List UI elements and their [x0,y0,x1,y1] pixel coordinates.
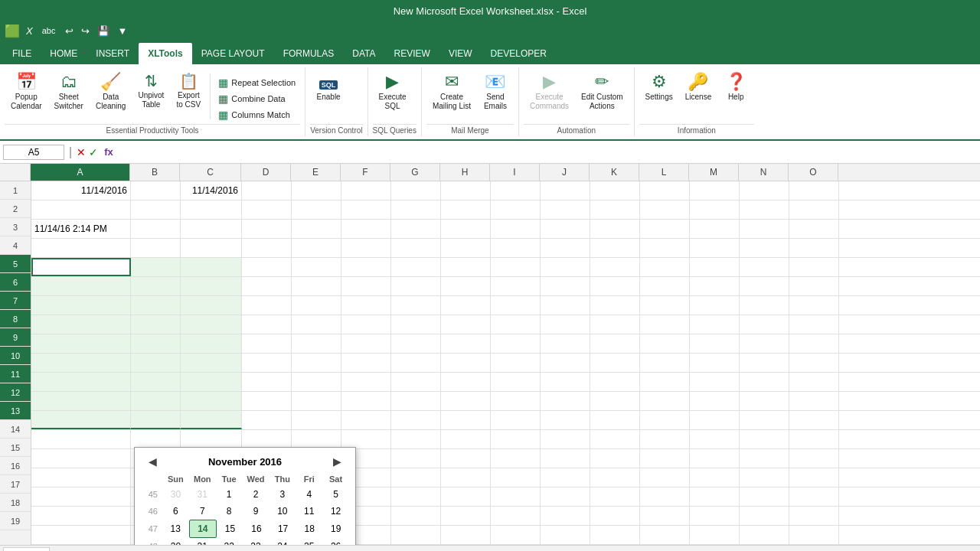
cal-day[interactable]: 4 [296,486,322,503]
cell-C11[interactable] [181,373,242,391]
cell-O2[interactable] [789,201,839,219]
cell-J5[interactable] [541,258,590,276]
cell-L15[interactable] [640,449,690,468]
cal-day[interactable]: 18 [296,520,323,537]
cal-day[interactable]: 16 [243,520,270,537]
row-header-12[interactable]: 12 [0,383,31,402]
cell-H6[interactable] [441,277,491,295]
cell-B5[interactable] [131,258,181,276]
cell-D6[interactable] [242,277,292,295]
cell-A15[interactable] [31,449,131,468]
cell-M8[interactable] [690,315,740,334]
cell-K5[interactable] [590,258,640,276]
cal-day[interactable]: 23 [243,538,270,545]
cal-day[interactable]: 7 [189,503,216,520]
cell-I9[interactable] [491,334,541,353]
cell-I13[interactable] [491,411,541,429]
cell-D7[interactable] [242,296,292,315]
cell-B9[interactable] [131,334,181,353]
cell-J9[interactable] [541,334,590,353]
cell-O3[interactable] [789,220,839,238]
cell-O14[interactable] [789,430,839,448]
cell-E2[interactable] [292,201,341,219]
cell-G6[interactable] [391,277,441,295]
cell-C2[interactable] [181,201,242,219]
row-header-7[interactable]: 7 [0,292,31,310]
col-header-J[interactable]: J [540,164,590,181]
sheet-switcher-button[interactable]: 🗂 SheetSwitcher [50,70,88,114]
cal-day[interactable]: 5 [322,486,349,503]
row-header-19[interactable]: 19 [0,512,31,530]
cell-F13[interactable] [341,411,391,429]
cell-F7[interactable] [341,296,391,315]
cal-day[interactable]: 31 [189,486,216,503]
cell-G15[interactable] [391,449,441,468]
cell-H12[interactable] [441,392,491,410]
cell-C6[interactable] [181,277,242,295]
cell-I7[interactable] [491,296,541,315]
cell-N12[interactable] [740,392,789,410]
cell-N17[interactable] [740,487,789,506]
cal-day[interactable]: 2 [243,486,270,503]
cell-B1[interactable] [131,181,181,200]
cal-day-selected[interactable]: 14 [189,520,217,538]
cell-A7[interactable] [31,296,131,315]
cell-N9[interactable] [740,334,789,353]
cell-J17[interactable] [541,487,590,506]
cell-G10[interactable] [391,354,441,372]
cell-J6[interactable] [541,277,590,295]
cal-day[interactable]: 1 [216,486,243,503]
row-header-18[interactable]: 18 [0,494,31,512]
cell-D10[interactable] [242,354,292,372]
cell-G14[interactable] [391,430,441,448]
cell-O4[interactable] [789,239,839,257]
cell-G19[interactable] [391,526,441,544]
cell-N3[interactable] [740,220,789,238]
execute-sql-button[interactable]: ▶ ExecuteSQL [374,70,411,114]
cell-N8[interactable] [740,315,789,334]
calendar-prev-button[interactable]: ◀ [144,454,162,469]
cell-M14[interactable] [690,430,740,448]
row-header-4[interactable]: 4 [0,236,31,255]
cell-K3[interactable] [590,220,640,238]
tab-developer[interactable]: DEVELOPER [482,43,556,64]
cell-D5[interactable] [242,258,292,276]
tab-xltools[interactable]: XLTools [139,43,192,64]
row-header-6[interactable]: 6 [0,273,31,292]
tab-review[interactable]: REVIEW [385,43,439,64]
cell-A4[interactable] [31,239,131,257]
col-header-F[interactable]: F [341,164,390,181]
cell-G7[interactable] [391,296,441,315]
row-header-15[interactable]: 15 [0,439,31,457]
cell-H15[interactable] [441,449,491,468]
cell-D13[interactable] [242,411,292,429]
cell-H3[interactable] [441,220,491,238]
cell-C12[interactable] [181,392,242,410]
tab-file[interactable]: FILE [3,43,41,64]
cell-I11[interactable] [491,373,541,391]
cell-A14[interactable] [31,430,131,448]
cell-C7[interactable] [181,296,242,315]
cell-D14[interactable] [242,430,292,448]
cell-F11[interactable] [341,373,391,391]
row-header-11[interactable]: 11 [0,365,31,383]
cell-N5[interactable] [740,258,789,276]
cell-M17[interactable] [690,487,740,506]
cal-day[interactable]: 9 [243,503,270,520]
cell-I5[interactable] [491,258,541,276]
cell-I17[interactable] [491,487,541,506]
cell-B12[interactable] [131,392,181,410]
cal-day[interactable]: 8 [216,503,243,520]
cell-J15[interactable] [541,449,590,468]
cal-day[interactable]: 10 [269,503,296,520]
cell-L12[interactable] [640,392,690,410]
cell-J13[interactable] [541,411,590,429]
cell-G8[interactable] [391,315,441,334]
cell-N15[interactable] [740,449,789,468]
cell-M9[interactable] [690,334,740,353]
cell-I4[interactable] [491,239,541,257]
edit-custom-actions-button[interactable]: ✏ Edit CustomActions [577,70,627,114]
cell-F1[interactable] [341,181,391,200]
cell-C8[interactable] [181,315,242,334]
cell-J7[interactable] [541,296,590,315]
